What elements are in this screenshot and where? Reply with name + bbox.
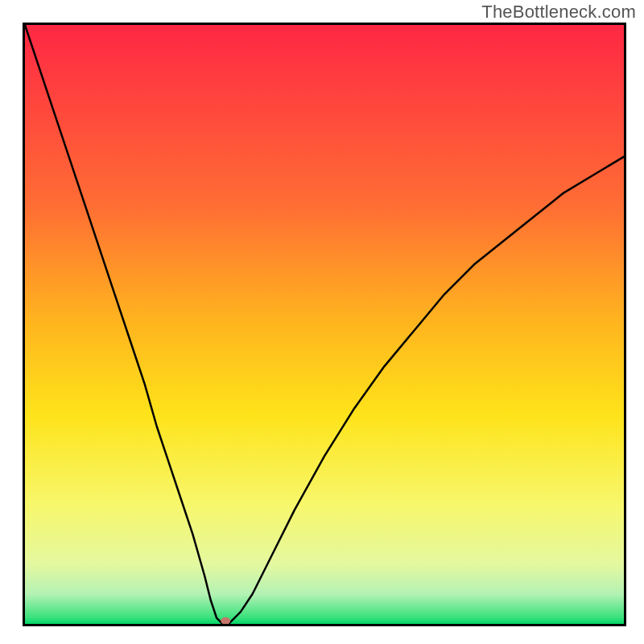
- chart-area: [25, 25, 624, 624]
- optimum-marker: [221, 617, 230, 624]
- chart-svg: [25, 25, 624, 624]
- curve-line: [25, 25, 624, 624]
- chart-background: [25, 25, 624, 624]
- watermark-text: TheBottleneck.com: [481, 2, 636, 23]
- chart-frame: [23, 23, 626, 626]
